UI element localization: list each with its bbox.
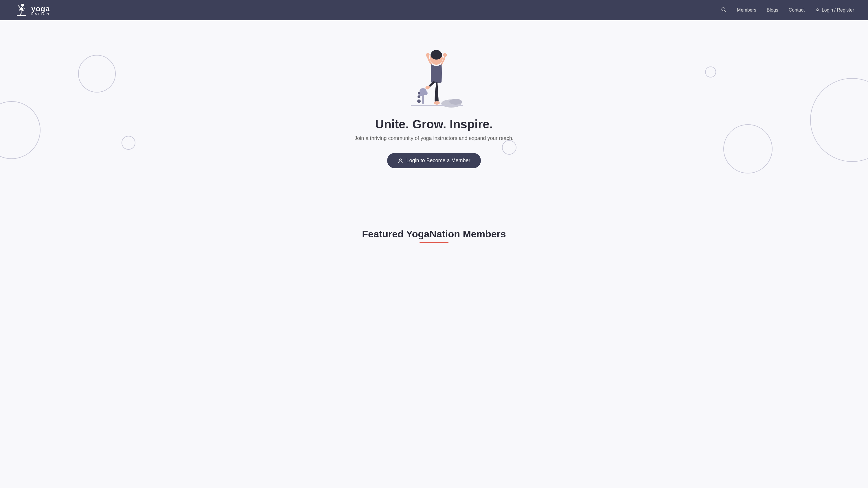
svg-point-11 bbox=[417, 99, 421, 103]
logo[interactable]: yoga NATION bbox=[14, 3, 50, 18]
logo-text: yoga NATION bbox=[31, 5, 50, 15]
logo-nation-text: NATION bbox=[31, 12, 50, 15]
deco-circle-1 bbox=[78, 55, 116, 93]
svg-point-4 bbox=[817, 8, 818, 10]
nav-blogs[interactable]: Blogs bbox=[767, 7, 778, 13]
cta-login-button[interactable]: Login to Become a Member bbox=[387, 153, 480, 168]
login-label: Login / Register bbox=[822, 7, 854, 13]
logo-yoga-text: yoga bbox=[31, 5, 50, 12]
cta-user-icon bbox=[398, 158, 403, 164]
svg-rect-1 bbox=[17, 15, 26, 16]
deco-circle-3 bbox=[122, 136, 135, 150]
svg-point-22 bbox=[400, 159, 402, 161]
svg-point-13 bbox=[418, 92, 420, 94]
svg-point-17 bbox=[432, 50, 441, 56]
svg-point-2 bbox=[722, 7, 725, 11]
svg-point-6 bbox=[450, 99, 462, 105]
hero-subtitle: Join a thriving community of yoga instru… bbox=[354, 135, 513, 141]
nav-contact[interactable]: Contact bbox=[789, 7, 805, 13]
svg-point-21 bbox=[434, 101, 440, 105]
yoga-illustration bbox=[394, 38, 474, 113]
featured-title: Featured YogaNation Members bbox=[362, 228, 506, 243]
deco-circle-2 bbox=[0, 101, 40, 159]
svg-point-12 bbox=[417, 95, 421, 98]
login-register-link[interactable]: Login / Register bbox=[815, 7, 854, 13]
hero-section: Unite. Grow. Inspire. Join a thriving co… bbox=[0, 20, 868, 217]
nav-members[interactable]: Members bbox=[737, 7, 756, 13]
deco-circle-5 bbox=[502, 140, 517, 155]
svg-point-18 bbox=[425, 52, 430, 57]
svg-point-10 bbox=[423, 91, 428, 95]
user-icon bbox=[815, 8, 820, 13]
featured-underline bbox=[420, 242, 448, 243]
featured-section: Featured YogaNation Members bbox=[0, 217, 868, 260]
nav-links: Members Blogs Contact Login / Register bbox=[721, 7, 854, 14]
hero-title: Unite. Grow. Inspire. bbox=[375, 118, 493, 131]
deco-circle-6 bbox=[705, 66, 716, 77]
deco-circle-8 bbox=[810, 78, 868, 162]
logo-icon bbox=[14, 3, 29, 18]
svg-rect-7 bbox=[423, 94, 424, 104]
svg-point-0 bbox=[21, 4, 24, 7]
cta-label: Login to Become a Member bbox=[406, 158, 470, 164]
svg-point-19 bbox=[442, 52, 447, 57]
deco-circle-7 bbox=[723, 124, 773, 173]
svg-line-3 bbox=[725, 10, 726, 12]
search-icon[interactable] bbox=[721, 7, 726, 14]
navbar: yoga NATION Members Blogs Contact Login … bbox=[0, 0, 868, 20]
